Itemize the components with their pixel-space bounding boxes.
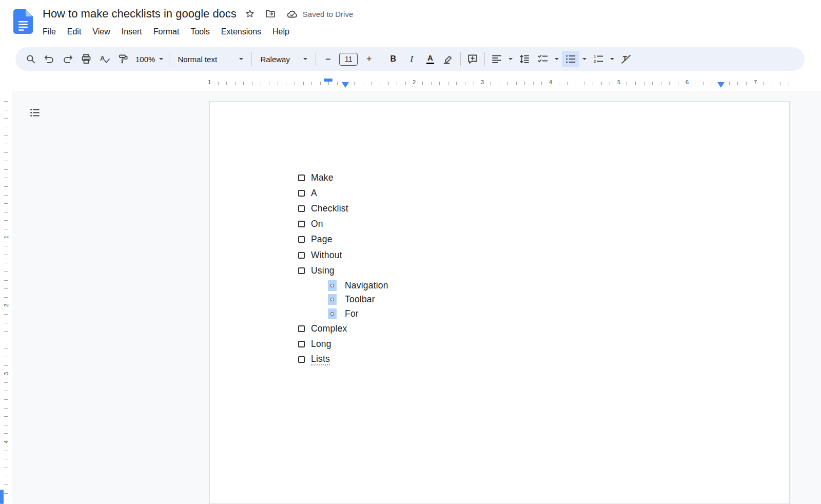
saved-status-label: Saved to Drive: [303, 10, 353, 18]
bold-icon: B: [390, 54, 397, 64]
checklist-item-text[interactable]: Lists: [311, 354, 330, 365]
menu-tools[interactable]: Tools: [185, 26, 215, 38]
checklist-item-text[interactable]: Long: [311, 339, 331, 350]
checklist-item-text[interactable]: Using: [311, 265, 335, 276]
checklist-dropdown[interactable]: [553, 51, 561, 67]
bullet-selection-highlight: [328, 280, 337, 291]
sub-bullet-row: Navigation: [328, 278, 388, 293]
text-color-button[interactable]: A: [421, 51, 439, 67]
menu-format[interactable]: Format: [148, 26, 185, 38]
sub-bullet-item-text[interactable]: For: [345, 308, 359, 319]
ruler-ticks: [209, 82, 790, 85]
horizontal-ruler[interactable]: 1 2 3 4 5 6 7: [0, 75, 821, 91]
checklist-row: Make: [298, 170, 388, 185]
document-title[interactable]: How to make checklists in google docs: [43, 7, 237, 21]
checkbox-icon[interactable]: [298, 356, 305, 363]
menu-edit[interactable]: Edit: [62, 26, 87, 38]
checklist-item-text[interactable]: Complex: [311, 323, 347, 334]
left-indent-marker[interactable]: [342, 82, 349, 88]
print-button[interactable]: [77, 51, 95, 67]
show-outline-button[interactable]: [27, 105, 43, 121]
checklist-row: On: [298, 217, 388, 232]
checklist-row: A: [298, 185, 388, 201]
checkbox-icon[interactable]: [298, 341, 305, 347]
redo-button[interactable]: [59, 51, 76, 67]
checklist-row: Lists: [298, 352, 388, 367]
first-line-indent-marker[interactable]: [324, 79, 333, 82]
ruler-label: 1: [3, 231, 9, 243]
bold-button[interactable]: B: [384, 51, 402, 67]
highlight-color-button[interactable]: [440, 51, 457, 67]
paint-format-button[interactable]: [114, 51, 132, 67]
chevron-down-icon: [582, 58, 587, 60]
checkbox-icon[interactable]: [298, 205, 305, 212]
line-spacing-icon: [518, 53, 531, 65]
font-family-dropdown[interactable]: Raleway: [255, 51, 312, 67]
bulleted-list-button[interactable]: [562, 51, 579, 67]
paragraph-style-dropdown[interactable]: Normal text: [172, 51, 248, 67]
docs-logo-icon[interactable]: [13, 9, 33, 34]
checklist-item-text[interactable]: Checklist: [311, 203, 348, 214]
font-family-value: Raleway: [260, 55, 290, 64]
document-page[interactable]: Make A Checklist On Page: [209, 101, 790, 504]
menu-view[interactable]: View: [87, 26, 115, 38]
saved-status[interactable]: Saved to Drive: [286, 9, 353, 19]
checklist-row: Checklist: [298, 201, 388, 216]
checklist-row: Long: [298, 336, 388, 352]
increase-font-size-button[interactable]: +: [360, 51, 378, 67]
menu-extensions[interactable]: Extensions: [216, 26, 267, 38]
checkbox-icon[interactable]: [298, 252, 305, 259]
checklist-item-text[interactable]: Without: [311, 250, 342, 261]
star-button[interactable]: [243, 7, 257, 21]
chevron-down-icon: [509, 58, 513, 60]
bulleted-list-dropdown[interactable]: [580, 51, 589, 67]
undo-button[interactable]: [41, 51, 58, 67]
italic-button[interactable]: I: [403, 51, 420, 67]
paint-format-icon: [117, 53, 129, 65]
circle-bullet-icon: [330, 298, 334, 301]
checklist-icon: [537, 53, 549, 65]
numbered-list-dropdown[interactable]: [608, 51, 616, 67]
clear-formatting-button[interactable]: T: [617, 51, 635, 67]
checkbox-icon[interactable]: [298, 325, 305, 332]
highlighter-icon: [442, 53, 455, 65]
checkbox-icon[interactable]: [298, 236, 305, 243]
print-icon: [80, 53, 92, 65]
checklist-row: Without: [298, 247, 388, 263]
menu-help[interactable]: Help: [267, 26, 295, 38]
checkbox-icon[interactable]: [298, 221, 305, 227]
toolbar: A 100% Normal text Raleway: [15, 47, 805, 71]
sub-bullet-item-text[interactable]: Toolbar: [345, 294, 375, 305]
insert-comment-button[interactable]: [464, 51, 481, 67]
checkbox-icon[interactable]: [298, 175, 305, 181]
align-button[interactable]: [488, 51, 505, 67]
sub-bullet-item-text[interactable]: Navigation: [345, 280, 388, 291]
star-icon: [245, 9, 255, 19]
checklist-button[interactable]: [534, 51, 552, 67]
move-folder-button[interactable]: [263, 7, 278, 21]
ruler-label: 1: [206, 79, 213, 85]
search-button[interactable]: [22, 51, 40, 67]
checklist-item-text[interactable]: A: [311, 188, 317, 199]
spellcheck-button[interactable]: A: [96, 51, 113, 67]
bulleted-list-icon: [564, 53, 577, 65]
align-dropdown[interactable]: [506, 51, 515, 67]
chevron-down-icon: [159, 58, 163, 60]
svg-text:2: 2: [594, 59, 596, 64]
checklist-item-text[interactable]: On: [311, 219, 323, 229]
zoom-dropdown[interactable]: 100%: [133, 51, 166, 67]
menu-file[interactable]: File: [43, 26, 62, 38]
decrease-font-size-button[interactable]: −: [319, 51, 337, 67]
checklist-item-text[interactable]: Make: [311, 172, 334, 183]
numbered-list-button[interactable]: 1 2: [590, 51, 607, 67]
checkbox-icon[interactable]: [298, 190, 305, 197]
checklist-item-text[interactable]: Page: [311, 234, 333, 245]
menu-insert[interactable]: Insert: [116, 26, 148, 38]
vertical-ruler-marker: [0, 490, 4, 504]
right-indent-marker[interactable]: [717, 82, 725, 88]
toolbar-separator: [381, 52, 381, 66]
font-size-input[interactable]: [339, 53, 358, 66]
cloud-saved-icon: [286, 9, 298, 19]
checkbox-icon[interactable]: [298, 267, 305, 274]
line-spacing-button[interactable]: [516, 51, 533, 67]
